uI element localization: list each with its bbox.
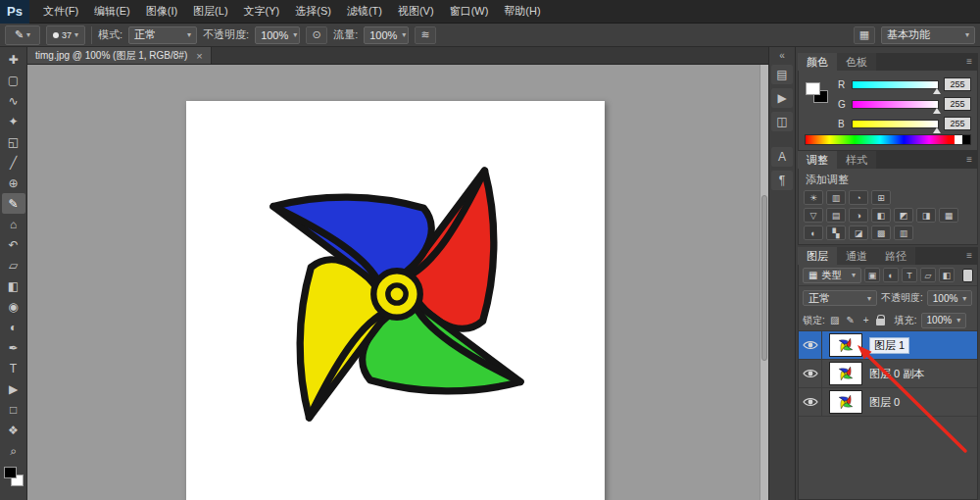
panel-menu-icon[interactable]: ≡	[960, 151, 978, 169]
tab-layers[interactable]: 图层	[798, 247, 837, 265]
red-channel-slider[interactable]	[852, 80, 939, 89]
layer-thumbnail[interactable]	[829, 362, 862, 385]
tab-adjustments[interactable]: 调整	[798, 151, 837, 169]
layer-blend-mode-select[interactable]: 正常	[803, 290, 877, 306]
menu-image[interactable]: 图像(I)	[138, 0, 185, 23]
levels-icon[interactable]: ▥	[826, 190, 846, 205]
layer-visibility-toggle[interactable]	[799, 331, 822, 359]
menu-layer[interactable]: 图层(L)	[185, 0, 235, 23]
brush-preset-picker[interactable]: 37	[46, 25, 85, 45]
layer-name[interactable]: 图层 0 副本	[869, 367, 924, 381]
airbrush-icon[interactable]: ≋	[415, 26, 436, 44]
canvas-area[interactable]	[27, 65, 768, 500]
menu-window[interactable]: 窗口(W)	[442, 0, 497, 23]
tool-spot-healing[interactable]: ⊕	[2, 173, 25, 193]
green-channel-value[interactable]: 255	[944, 97, 971, 111]
tab-styles[interactable]: 样式	[837, 151, 876, 169]
collapse-panels-icon[interactable]: «	[771, 49, 793, 61]
lock-all-icon[interactable]	[876, 319, 885, 325]
filter-type-layers-icon[interactable]: T	[902, 268, 917, 282]
color-fg-bg-swatches[interactable]	[806, 82, 833, 108]
menu-type[interactable]: 文字(Y)	[236, 0, 288, 23]
tab-color[interactable]: 颜色	[798, 53, 837, 71]
color-lookup-icon[interactable]: ▦	[939, 208, 958, 223]
slider-handle[interactable]	[933, 88, 941, 94]
layer-thumbnail[interactable]	[829, 390, 862, 414]
flow-select[interactable]: 100%	[364, 26, 409, 44]
layer-thumbnail[interactable]	[829, 333, 862, 357]
brightness-contrast-icon[interactable]: ☀	[804, 190, 823, 205]
layer-row-2[interactable]: 图层 0 副本	[799, 360, 977, 388]
panel-menu-icon[interactable]: ≡	[960, 247, 978, 265]
foreground-background-swatches[interactable]	[3, 466, 24, 487]
tool-blur[interactable]: ◉	[2, 296, 25, 317]
panel-menu-icon[interactable]: ≡	[960, 53, 978, 71]
tool-rectangular-marquee[interactable]: ▢	[2, 70, 25, 90]
tool-history-brush[interactable]: ↶	[2, 234, 25, 255]
layer-name[interactable]: 图层 0	[869, 395, 900, 410]
lock-image-pixels-icon[interactable]: ✎	[845, 315, 857, 325]
blend-mode-select[interactable]: 正常	[128, 26, 197, 44]
menu-view[interactable]: 视图(V)	[390, 0, 442, 23]
workspace-select[interactable]: 基本功能	[881, 26, 975, 44]
blue-channel-slider[interactable]	[852, 120, 939, 128]
tablet-pressure-opacity-icon[interactable]: ⊙	[306, 26, 327, 44]
document-image[interactable]	[186, 101, 605, 500]
slider-handle[interactable]	[933, 127, 941, 133]
spectrum-gradient[interactable]	[806, 135, 955, 144]
tool-clone-stamp[interactable]: ⌂	[2, 214, 25, 234]
tool-hand[interactable]: ❖	[2, 420, 25, 440]
layer-row-1[interactable]: 图层 1	[799, 331, 977, 360]
menu-edit[interactable]: 编辑(E)	[86, 0, 138, 23]
tool-move[interactable]: ✚	[2, 49, 25, 70]
slider-handle[interactable]	[933, 108, 941, 114]
history-panel-icon[interactable]: ▤	[771, 65, 793, 84]
properties-panel-icon[interactable]: ◫	[771, 112, 793, 131]
tab-swatches[interactable]: 色板	[837, 53, 876, 71]
paragraph-panel-icon[interactable]: ¶	[771, 171, 793, 190]
foreground-color-swatch[interactable]	[4, 467, 17, 478]
lock-transparent-pixels-icon[interactable]: ▨	[829, 315, 841, 325]
filter-pixel-layers-icon[interactable]: ▣	[864, 268, 880, 282]
tool-path-selection[interactable]: ▶	[2, 378, 25, 399]
document-tab[interactable]: timg.jpg @ 100% (图层 1, RGB/8#) ×	[27, 47, 212, 64]
tool-crop[interactable]: ◱	[2, 131, 25, 152]
lock-position-icon[interactable]: +	[860, 315, 872, 325]
tab-paths[interactable]: 路径	[876, 247, 915, 265]
tool-eraser[interactable]: ▱	[2, 255, 25, 275]
red-channel-value[interactable]: 255	[944, 77, 971, 91]
scrollbar-thumb[interactable]	[761, 195, 767, 361]
character-panel-icon[interactable]: A	[771, 147, 793, 167]
blue-channel-value[interactable]: 255	[944, 117, 971, 130]
layer-visibility-toggle[interactable]	[799, 360, 822, 387]
color-spectrum-ramp[interactable]	[805, 134, 971, 145]
curves-icon[interactable]: ◔	[849, 190, 868, 205]
opacity-select[interactable]: 100%	[255, 26, 300, 44]
filter-shape-layers-icon[interactable]: ▱	[920, 268, 936, 282]
threshold-icon[interactable]: ◪	[849, 225, 868, 240]
tool-brush[interactable]: ✎	[2, 193, 25, 214]
current-tool-button[interactable]: ✎	[5, 25, 40, 45]
posterize-icon[interactable]: ▚	[826, 225, 846, 240]
layer-visibility-toggle[interactable]	[799, 388, 822, 416]
spectrum-bw-end[interactable]	[955, 135, 970, 144]
menu-filter[interactable]: 滤镜(T)	[339, 0, 390, 23]
gradient-map-icon[interactable]: ▩	[871, 225, 891, 240]
layer-opacity-select[interactable]: 100%	[927, 290, 972, 306]
invert-icon[interactable]: ◐	[804, 225, 823, 240]
green-channel-slider[interactable]	[852, 100, 939, 109]
layer-name-edit-field[interactable]: 图层 1	[869, 337, 909, 354]
layer-fill-select[interactable]: 100%	[921, 313, 966, 328]
close-icon[interactable]: ×	[196, 50, 202, 62]
menu-select[interactable]: 选择(S)	[287, 0, 339, 23]
vibrance-icon[interactable]: ▽	[804, 208, 823, 223]
channel-mixer-icon[interactable]: ◨	[916, 208, 936, 223]
color-balance-icon[interactable]: ◑	[849, 208, 868, 223]
tool-lasso[interactable]: ∿	[2, 90, 25, 111]
hue-saturation-icon[interactable]: ▤	[826, 208, 846, 223]
tool-eyedropper[interactable]: ╱	[2, 152, 25, 173]
tool-pen[interactable]: ✒	[2, 337, 25, 358]
tool-gradient[interactable]: ◧	[2, 275, 25, 296]
tool-quick-selection[interactable]: ✦	[2, 111, 25, 131]
filter-smart-objects-icon[interactable]: ◧	[939, 268, 955, 282]
